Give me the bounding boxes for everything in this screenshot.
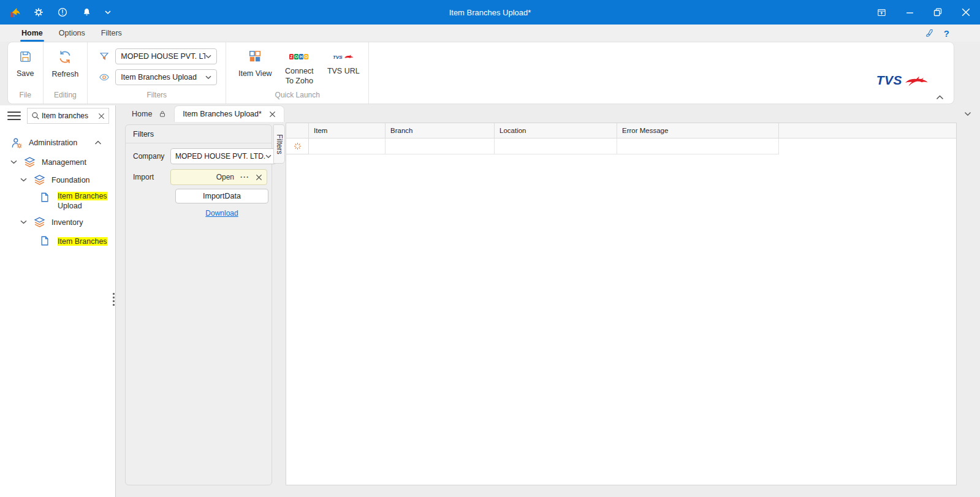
save-button[interactable]: Save: [12, 47, 39, 80]
chevron-down-icon[interactable]: [20, 220, 27, 224]
new-row-asterisk-icon: [294, 142, 302, 150]
dock-window-icon[interactable]: [867, 0, 895, 25]
import-data-button[interactable]: ImportData: [175, 189, 268, 203]
tree-label-administration: Administration: [29, 138, 77, 147]
tree-item-management[interactable]: Management: [0, 153, 115, 171]
grid-cell-item[interactable]: [309, 138, 386, 154]
navigation-tree: Administration Management Foundation: [0, 132, 115, 251]
ribbon-panel: Save File Refresh Editing: [7, 42, 954, 104]
ribbon-tab-options[interactable]: Options: [58, 26, 86, 41]
restore-button[interactable]: [924, 0, 952, 25]
style-brush-icon[interactable]: [924, 28, 934, 39]
tree-item-item-branches-upload[interactable]: Item Branches Upload: [0, 189, 115, 212]
layers-icon: [33, 173, 46, 186]
administration-user-gear-icon: [10, 137, 23, 150]
sidebar-splitter-handle[interactable]: [113, 293, 115, 306]
quick-access-chevron-icon[interactable]: [102, 4, 114, 21]
svg-text:O: O: [295, 55, 298, 59]
ribbon-company-value: MOPED HOUSE PVT. LTD.: [121, 52, 205, 61]
tree-label-item-branches: Item Branches: [58, 237, 107, 246]
filter-funnel-icon: [99, 51, 110, 62]
zoho-logo-icon: ZOHO: [289, 48, 309, 61]
ribbon-group-editing: Refresh Editing: [44, 42, 88, 104]
doc-tab-home[interactable]: Home: [124, 105, 174, 122]
minimize-button[interactable]: [895, 0, 924, 25]
grid-column-location[interactable]: Location: [495, 123, 617, 138]
tree-label-foundation: Foundation: [51, 176, 90, 184]
tree-label-item-branches-upload-hl: Item Branches: [58, 192, 107, 200]
svg-text:H: H: [300, 55, 303, 59]
item-view-label: Item View: [236, 69, 274, 78]
sidebar-search-box: [27, 108, 109, 124]
ribbon-tab-filters[interactable]: Filters: [100, 26, 123, 41]
refresh-label: Refresh: [52, 70, 79, 78]
help-icon[interactable]: ?: [944, 28, 949, 39]
tvs-url-label: TVS URL: [324, 66, 362, 76]
tvs-url-button[interactable]: TVS TVS URL: [322, 47, 365, 77]
info-alert-icon[interactable]: [54, 4, 71, 21]
tvs-url-icon: TVS: [333, 48, 354, 61]
tree-label-management: Management: [42, 158, 86, 167]
view-eye-icon: [99, 72, 110, 83]
clear-import-icon[interactable]: [256, 174, 262, 181]
hamburger-menu-icon[interactable]: [7, 110, 21, 121]
ribbon-company-select[interactable]: MOPED HOUSE PVT. LTD.: [115, 48, 217, 64]
refresh-button[interactable]: Refresh: [47, 47, 84, 81]
connect-to-zoho-label: Connect To Zoho: [280, 66, 318, 86]
grid-column-branch[interactable]: Branch: [386, 123, 495, 138]
tree-item-administration[interactable]: Administration: [0, 132, 115, 153]
tree-item-item-branches[interactable]: Item Branches: [0, 232, 115, 251]
document-icon: [39, 235, 52, 248]
grid-row-indicator: [286, 138, 309, 154]
company-select[interactable]: MOPED HOUSE PVT. LTD.: [170, 148, 276, 164]
item-view-grid-icon: [248, 48, 262, 63]
grid-indicator-header: [286, 123, 309, 138]
group-label-editing: Editing: [44, 91, 88, 104]
doc-tab-home-label: Home: [132, 110, 152, 118]
app-logo-icon: [6, 4, 23, 21]
chevron-down-icon[interactable]: [10, 160, 17, 164]
ribbon-group-file: Save File: [8, 42, 44, 104]
ribbon-spacer: TVS: [369, 42, 954, 104]
close-tab-icon[interactable]: [269, 111, 276, 118]
import-label: Import: [133, 173, 170, 181]
svg-text:O: O: [305, 55, 308, 59]
company-select-value: MOPED HOUSE PVT. LTD.: [175, 152, 265, 161]
ribbon-tab-row: Home Options Filters ?: [0, 25, 980, 42]
settings-gear-icon[interactable]: [30, 4, 47, 21]
ribbon-collapse-chevron-icon[interactable]: [936, 95, 944, 100]
open-button[interactable]: Open: [216, 173, 234, 181]
notifications-bell-icon[interactable]: [78, 4, 95, 21]
search-input[interactable]: [42, 112, 96, 120]
clear-search-icon[interactable]: [98, 113, 105, 120]
grid-cell-branch[interactable]: [386, 138, 495, 154]
chevron-down-icon: [265, 154, 272, 159]
ribbon-view-select[interactable]: Item Branches Upload: [115, 69, 217, 85]
company-label: Company: [133, 152, 170, 161]
grid-column-error-message[interactable]: Error Message: [617, 123, 779, 138]
connect-to-zoho-button[interactable]: ZOHO Connect To Zoho: [278, 47, 321, 88]
group-label-quick-launch: Quick Launch: [226, 91, 368, 104]
doc-tab-item-branches-upload[interactable]: Item Branches Upload*: [174, 105, 284, 122]
tvs-brand-logo: TVS: [876, 73, 934, 88]
grid-new-row[interactable]: [286, 138, 956, 154]
grid-cell-error[interactable]: [617, 138, 779, 154]
grid-cell-location[interactable]: [495, 138, 617, 154]
item-view-button[interactable]: Item View: [234, 47, 276, 80]
chevron-down-icon[interactable]: [20, 178, 27, 182]
titlebar: Item Branches Upload*: [0, 0, 980, 25]
tab-list-chevron-icon[interactable]: [964, 112, 971, 116]
chevron-up-icon[interactable]: [94, 140, 102, 145]
tree-item-inventory[interactable]: Inventory: [0, 212, 115, 232]
navigation-sidebar: Administration Management Foundation: [0, 105, 116, 497]
close-button[interactable]: [952, 0, 980, 25]
import-file-field[interactable]: Open ···: [170, 169, 267, 185]
layers-icon: [33, 216, 46, 229]
ribbon-tab-home[interactable]: Home: [20, 26, 44, 41]
download-link[interactable]: Download: [205, 209, 238, 218]
tree-item-foundation[interactable]: Foundation: [0, 171, 115, 189]
grid-column-item[interactable]: Item: [309, 123, 386, 138]
save-label: Save: [17, 69, 34, 78]
browse-ellipsis-button[interactable]: ···: [240, 173, 249, 181]
filters-vertical-tab[interactable]: Filters: [273, 124, 285, 164]
